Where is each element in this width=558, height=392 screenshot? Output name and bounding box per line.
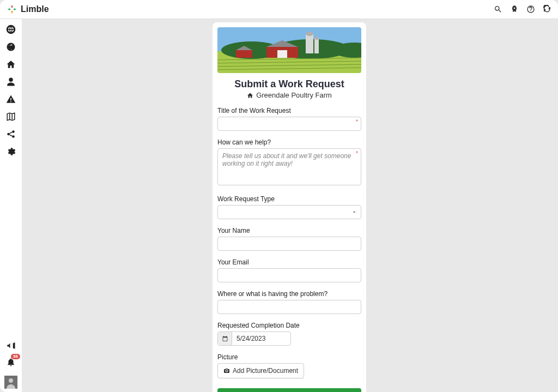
search-icon[interactable] — [494, 5, 502, 14]
card-subtitle: Greendale Poultry Farm — [217, 91, 361, 99]
svg-point-14 — [314, 37, 319, 40]
svg-point-5 — [9, 378, 13, 383]
submit-button[interactable]: Submit — [217, 388, 361, 392]
type-select[interactable] — [217, 205, 361, 219]
limble-logo-icon — [7, 4, 17, 15]
gear-icon[interactable] — [6, 147, 16, 156]
date-label: Requested Completion Date — [217, 322, 361, 329]
help-label: How can we help? — [217, 138, 361, 146]
title-field-wrap: * — [217, 117, 361, 131]
type-label: Work Request Type — [217, 195, 361, 203]
user-icon[interactable] — [6, 77, 16, 87]
topbar: Limble — [0, 0, 558, 19]
globe-outline-icon[interactable] — [6, 25, 16, 34]
share-icon[interactable] — [6, 129, 16, 139]
email-label: Your Email — [217, 258, 361, 266]
main-area: Submit a Work Request Greendale Poultry … — [22, 19, 557, 391]
email-field-wrap — [217, 268, 361, 282]
svg-point-1 — [7, 133, 10, 136]
help-field-wrap: * — [217, 148, 361, 188]
home-icon[interactable] — [6, 59, 16, 69]
location-name: Greendale Poultry Farm — [256, 91, 332, 99]
add-picture-button[interactable]: Add Picture/Document — [217, 363, 304, 378]
svg-rect-17 — [277, 50, 287, 58]
picture-label: Picture — [217, 353, 361, 361]
calendar-icon-box — [218, 332, 232, 345]
where-field-wrap — [217, 300, 361, 314]
sidebar: 36 — [0, 19, 22, 392]
type-field-wrap — [217, 205, 361, 219]
bullhorn-icon[interactable] — [6, 341, 16, 351]
date-field[interactable]: 5/24/2023 — [217, 331, 291, 346]
add-picture-label: Add Picture/Document — [233, 367, 298, 375]
svg-rect-13 — [314, 38, 319, 53]
notification-bell[interactable]: 36 — [6, 357, 16, 369]
title-input[interactable] — [217, 117, 361, 131]
warning-icon[interactable] — [6, 94, 16, 104]
title-label: Title of the Work Request — [217, 107, 361, 114]
rocket-icon[interactable] — [510, 5, 519, 14]
card-title: Submit a Work Request — [217, 79, 361, 90]
sidebar-bottom: 36 — [0, 341, 22, 389]
map-icon[interactable] — [6, 112, 16, 122]
topbar-actions — [494, 5, 551, 14]
camera-icon — [223, 367, 230, 374]
hero-image — [217, 27, 361, 73]
where-input[interactable] — [217, 300, 361, 314]
svg-point-2 — [12, 130, 15, 133]
help-icon[interactable] — [526, 5, 535, 14]
name-input[interactable] — [217, 237, 361, 251]
svg-point-12 — [306, 32, 313, 36]
work-request-card: Submit a Work Request Greendale Poultry … — [213, 22, 366, 392]
svg-rect-18 — [236, 50, 252, 58]
svg-point-3 — [12, 135, 15, 138]
avatar[interactable] — [4, 376, 17, 389]
svg-rect-11 — [306, 34, 313, 53]
help-textarea[interactable] — [217, 148, 361, 185]
calendar-icon — [222, 335, 228, 342]
brand: Limble — [7, 4, 49, 15]
date-value: 5/24/2023 — [232, 332, 290, 345]
refresh-icon[interactable] — [543, 5, 551, 14]
svg-point-0 — [7, 43, 15, 51]
where-label: Where or what is having the problem? — [217, 290, 361, 298]
name-field-wrap — [217, 237, 361, 251]
globe-solid-icon[interactable] — [6, 42, 16, 52]
email-input[interactable] — [217, 268, 361, 282]
notification-badge: 36 — [11, 354, 20, 359]
brand-name: Limble — [21, 4, 49, 14]
home-icon — [247, 92, 253, 99]
avatar-photo — [4, 376, 17, 389]
name-label: Your Name — [217, 227, 361, 234]
